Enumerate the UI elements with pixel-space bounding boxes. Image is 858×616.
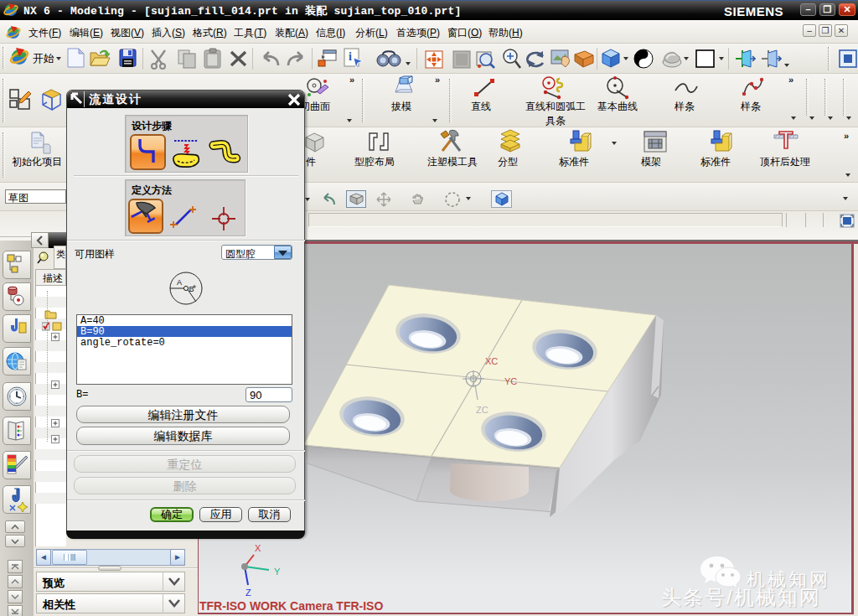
svg-text:YC: YC	[504, 376, 517, 386]
svg-text:Y: Y	[274, 567, 281, 577]
svg-text:A: A	[177, 278, 182, 287]
svg-text:XC: XC	[485, 356, 498, 366]
svg-text:Z: Z	[246, 588, 251, 598]
svg-text:ZC: ZC	[476, 405, 488, 415]
svg-text:X: X	[255, 543, 261, 553]
svg-text:i: i	[349, 50, 352, 63]
